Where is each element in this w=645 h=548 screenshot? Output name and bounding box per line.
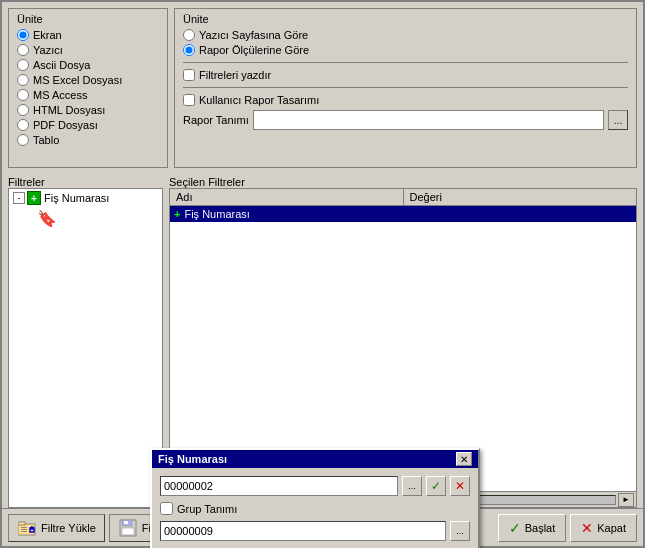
right-unite-panel: Ünite Yazıcı Sayfasına Göre Rapor Ölçüle…: [174, 8, 637, 168]
popup-title: Fiş Numarası: [158, 453, 227, 465]
popup-input2[interactable]: [160, 521, 446, 541]
radio-tablo[interactable]: Tablo: [17, 134, 159, 146]
rapor-browse-btn[interactable]: ...: [608, 110, 628, 130]
rapor-tanimi-row: Rapor Tanımı ...: [183, 110, 628, 130]
popup-grup-row: Grup Tanımı: [160, 502, 470, 515]
popup-dialog: Fiş Numarası ✕ ... ✓ ✕ Grup Tanımı: [150, 448, 480, 548]
radio-ekran[interactable]: Ekran: [17, 29, 159, 41]
svg-rect-11: [124, 521, 128, 524]
top-section: Ünite Ekran Yazıcı Ascii Dosya MS Excel …: [2, 2, 643, 174]
popup-titlebar: Fiş Numarası ✕: [152, 450, 478, 468]
filtre-yukle-label: Filtre Yükle: [41, 522, 96, 534]
radio-ascii[interactable]: Ascii Dosya: [17, 59, 159, 71]
scroll-right-btn[interactable]: ►: [618, 493, 634, 507]
tree-item-label: Fiş Numarası: [44, 192, 109, 204]
secilen-row-fis[interactable]: + Fiş Numarası: [170, 206, 636, 222]
filtreler-label: Filtreler: [8, 176, 163, 188]
left-unite-panel: Ünite Ekran Yazıcı Ascii Dosya MS Excel …: [8, 8, 168, 168]
tree-item-fis[interactable]: - + Fiş Numarası: [9, 189, 162, 207]
kapat-x-icon: ✕: [581, 520, 593, 536]
kapat-btn[interactable]: ✕ Kapat: [570, 514, 637, 542]
main-window: Ünite Ekran Yazıcı Ascii Dosya MS Excel …: [0, 0, 645, 548]
radio-yazici[interactable]: Yazıcı: [17, 44, 159, 56]
popup-body: ... ✓ ✕ Grup Tanımı ...: [152, 468, 478, 548]
filtre-yukle-btn[interactable]: Filtre Yükle: [8, 514, 105, 542]
popup-row1: ... ✓ ✕: [160, 476, 470, 496]
svg-rect-1: [18, 522, 25, 525]
svg-rect-10: [122, 528, 134, 535]
popup-input1[interactable]: [160, 476, 398, 496]
tree-plus-icon: +: [27, 191, 41, 205]
popup-row2: ...: [160, 521, 470, 541]
col-adi: Adı: [170, 189, 404, 205]
selected-row-label: Fiş Numarası: [184, 208, 249, 220]
radio-html[interactable]: HTML Dosyası: [17, 104, 159, 116]
left-unite-title: Ünite: [17, 13, 159, 25]
grup-tanimi-check[interactable]: [160, 502, 173, 515]
col-degeri: Değeri: [404, 189, 637, 205]
rapor-tanimi-label: Rapor Tanımı: [183, 114, 249, 126]
popup-browse-btn2[interactable]: ...: [450, 521, 470, 541]
right-radio-group: Yazıcı Sayfasına Göre Rapor Ölçülerine G…: [183, 29, 628, 56]
kullanici-rapor-check[interactable]: Kullanıcı Rapor Tasarımı: [183, 94, 628, 106]
radio-rapor-olcu[interactable]: Rapor Ölçülerine Göre: [183, 44, 628, 56]
radio-yazici-sayfa[interactable]: Yazıcı Sayfasına Göre: [183, 29, 628, 41]
svg-rect-3: [21, 529, 27, 530]
baslat-check-icon: ✓: [509, 520, 521, 536]
secilen-label: Seçilen Filtreler: [169, 176, 637, 188]
rapor-tanimi-input[interactable]: [253, 110, 604, 130]
middle-labels: Filtreler Seçilen Filtreler: [2, 174, 643, 188]
filtreler-panel[interactable]: - + Fiş Numarası 🔖: [8, 188, 163, 508]
radio-excel[interactable]: MS Excel Dosyası: [17, 74, 159, 86]
filtreleri-yazdir-check[interactable]: Filtreleri yazdır: [183, 69, 628, 81]
tree-child-icon: 🔖: [37, 210, 57, 227]
tree-child: 🔖: [37, 207, 162, 230]
filtre-yukle-icon: [17, 518, 37, 538]
svg-rect-2: [21, 527, 27, 528]
popup-confirm-btn[interactable]: ✓: [426, 476, 446, 496]
radio-access[interactable]: MS Access: [17, 89, 159, 101]
baslat-label: Başlat: [525, 522, 556, 534]
kapat-label: Kapat: [597, 522, 626, 534]
popup-browse-btn1[interactable]: ...: [402, 476, 422, 496]
middle-section: - + Fiş Numarası 🔖 Adı Değeri + Fiş Numa…: [2, 188, 643, 508]
selected-plus-icon: +: [174, 208, 180, 220]
unite-radio-group: Ekran Yazıcı Ascii Dosya MS Excel Dosyas…: [17, 29, 159, 146]
popup-cancel-btn[interactable]: ✕: [450, 476, 470, 496]
grup-tanimi-label[interactable]: Grup Tanımı: [160, 502, 237, 515]
filtre-kaydet-icon: [118, 518, 138, 538]
radio-pdf[interactable]: PDF Dosyası: [17, 119, 159, 131]
popup-close-btn[interactable]: ✕: [456, 452, 472, 466]
secilen-header: Adı Değeri: [170, 189, 636, 206]
right-unite-title: Ünite: [183, 13, 628, 25]
svg-rect-4: [21, 531, 27, 532]
tree-expand-icon[interactable]: -: [13, 192, 25, 204]
baslat-btn[interactable]: ✓ Başlat: [498, 514, 567, 542]
